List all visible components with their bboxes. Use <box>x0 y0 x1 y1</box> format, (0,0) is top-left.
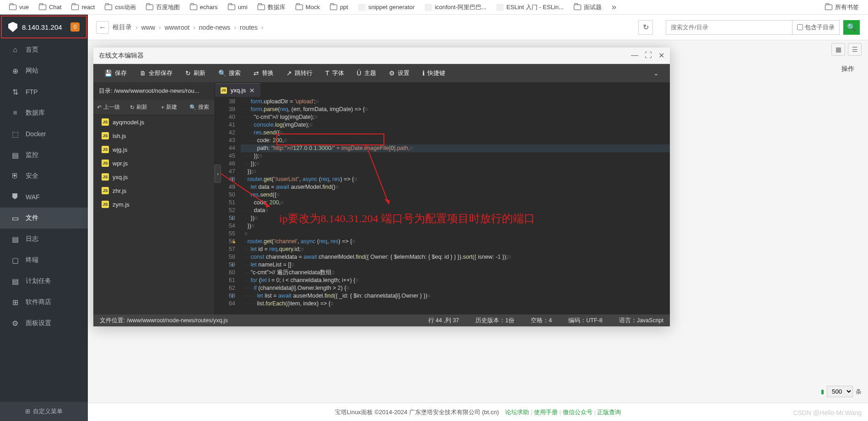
cursor-position: 行 44 ,列 37 <box>428 317 459 325</box>
file-item[interactable]: JSlsh.js <box>93 129 215 143</box>
search-input[interactable] <box>666 24 792 31</box>
breadcrumb-item[interactable]: node-news <box>199 24 231 31</box>
toolbar-搜索[interactable]: 🔍搜索 <box>212 64 247 82</box>
nav-icon: ≡ <box>11 109 19 117</box>
notification-badge[interactable]: 0 <box>70 22 80 32</box>
folder-icon <box>146 5 153 10</box>
nav-icon: ⌂ <box>11 46 19 54</box>
file-list: JSayqmodel.jsJSlsh.jsJSwjg.jsJSwpr.jsJSy… <box>93 115 215 314</box>
sidebar-item-软件商店[interactable]: ⊞软件商店 <box>0 292 88 313</box>
footer-link[interactable]: 论坛求助 <box>505 409 529 416</box>
code-editor[interactable]: 38394041424344454647ℹ4849505152ℹ535455▲5… <box>215 97 670 314</box>
fp-action-搜索[interactable]: 🔍搜索 <box>184 100 215 115</box>
toolbar-more[interactable]: ⌄ <box>647 69 665 77</box>
breadcrumb-item[interactable]: www <box>141 24 155 31</box>
sidebar-item-FTP[interactable]: ⇅FTP <box>0 81 88 102</box>
toolbar-快捷键[interactable]: ℹ快捷键 <box>416 64 452 82</box>
bookmark-overflow[interactable]: » <box>612 2 616 12</box>
sidebar-item-面板设置[interactable]: ⚙面板设置 <box>0 313 88 334</box>
sidebar-custom-menu[interactable]: ⊞自定义菜单 <box>0 402 88 421</box>
action-icon: ↶ <box>97 104 102 111</box>
bookmark-百度地图[interactable]: 百度地图 <box>146 3 180 11</box>
panel-fold-button[interactable]: ‹ <box>215 165 221 183</box>
bookmark-umi[interactable]: umi <box>228 4 248 11</box>
include-subdir-checkbox[interactable]: 包含子目录 <box>792 21 839 34</box>
sidebar-item-文件[interactable]: ▭文件 <box>0 208 88 229</box>
indent-setting[interactable]: 空格：4 <box>531 317 552 325</box>
toolbar-保存[interactable]: 💾保存 <box>98 64 133 82</box>
toolbar-主题[interactable]: Ü主题 <box>350 64 383 82</box>
toolbar-设置[interactable]: ⚙设置 <box>383 64 416 82</box>
sidebar-item-WAF[interactable]: ⛊WAF <box>0 187 88 208</box>
editor-statusbar: 文件位置: /www/wwwroot/node-news/routes/yxq.… <box>93 314 670 326</box>
bookmark-ppt[interactable]: ppt <box>330 4 348 11</box>
bookmark-extra[interactable]: iconfont-阿里巴巴... <box>425 3 486 11</box>
view-grid-button[interactable]: ▦ <box>831 43 845 56</box>
bookmark-面试题[interactable]: 面试题 <box>574 3 602 11</box>
toolbar-替换[interactable]: ⇄替换 <box>247 64 280 82</box>
refresh-button[interactable]: ↻ <box>638 20 653 35</box>
sidebar-item-日志[interactable]: ▤日志 <box>0 229 88 250</box>
view-toggle-bar: ▦ ☰ <box>825 40 868 59</box>
bookmark-Mock[interactable]: Mock <box>296 4 320 11</box>
js-icon: JS <box>102 173 109 181</box>
bookmark-all[interactable]: 所有书签 <box>825 3 859 11</box>
sidebar-item-安全[interactable]: ⛨安全 <box>0 165 88 187</box>
js-icon: JS <box>102 118 109 126</box>
bookmark-vue[interactable]: vue <box>9 4 29 11</box>
sidebar-item-网站[interactable]: ⊕网站 <box>0 60 88 81</box>
breadcrumb-item[interactable]: routes <box>240 24 258 31</box>
sidebar-item-数据库[interactable]: ≡数据库 <box>0 102 88 123</box>
back-button[interactable]: ← <box>96 21 109 34</box>
fp-action-上一级[interactable]: ↶上一级 <box>93 100 124 115</box>
search-button[interactable]: 🔍 <box>843 20 860 35</box>
file-item[interactable]: JSwpr.js <box>93 156 215 170</box>
minimize-button[interactable]: — <box>631 51 638 60</box>
maximize-button[interactable]: ⛶ <box>645 51 652 60</box>
bookmark-echars[interactable]: echars <box>190 4 218 11</box>
sidebar-item-Docker[interactable]: ⬚Docker <box>0 123 88 144</box>
toolbar-字体[interactable]: T字体 <box>319 64 350 82</box>
toolbar-icon: 🔍 <box>218 69 226 77</box>
toolbar-刷新[interactable]: ↻刷新 <box>179 64 212 82</box>
bookmark-css动画[interactable]: css动画 <box>105 3 136 11</box>
breadcrumb-item[interactable]: 根目录 <box>113 23 132 32</box>
footer-link[interactable]: 使用手册 <box>534 409 558 416</box>
file-panel: 目录: /www/wwwroot/node-news/rou... ↶上一级↻刷… <box>93 82 215 314</box>
file-item[interactable]: JSyxq.js <box>93 170 215 184</box>
language-setting[interactable]: 语言：JavaScript <box>619 317 663 325</box>
close-button[interactable]: ✕ <box>658 51 664 60</box>
action-icon: ↻ <box>130 104 135 111</box>
folder-icon <box>330 5 337 10</box>
footer-link[interactable]: 微信公众号 <box>563 409 593 416</box>
topbar: ← 根目录›www›wwwroot›node-news›routes› ↻ 包含… <box>88 15 868 40</box>
breadcrumb-item[interactable]: wwwroot <box>165 24 189 31</box>
bookmark-extra[interactable]: ESLint 入门 - ESLin... <box>496 3 564 11</box>
footer-link[interactable]: 正版查询 <box>597 409 621 416</box>
fp-action-刷新[interactable]: ↻刷新 <box>124 100 154 115</box>
bookmark-extra[interactable]: snippet generator <box>358 4 415 11</box>
code-panel: JS yxq.js ✕ 38394041424344454647ℹ4849505… <box>215 82 670 314</box>
encoding-setting[interactable]: 编码：UTF-8 <box>568 317 602 325</box>
sidebar-item-终端[interactable]: ▢终端 <box>0 250 88 271</box>
fp-action-新建[interactable]: +新建 <box>154 100 184 115</box>
tab-close-button[interactable]: ✕ <box>249 87 255 94</box>
file-item[interactable]: JSwjg.js <box>93 143 215 156</box>
view-list-button[interactable]: ☰ <box>848 43 862 56</box>
toolbar-全部保存[interactable]: 🗎全部保存 <box>133 64 179 82</box>
file-item[interactable]: JSayqmodel.js <box>93 115 215 129</box>
sidebar-item-监控[interactable]: ▤监控 <box>0 144 88 165</box>
bookmark-Chat[interactable]: Chat <box>39 4 61 11</box>
file-item[interactable]: JSzhr.js <box>93 184 215 197</box>
column-header-actions: 操作 <box>841 65 854 73</box>
sidebar-item-计划任务[interactable]: ▤计划任务 <box>0 271 88 292</box>
editor-tab-yxq[interactable]: JS yxq.js ✕ <box>215 83 260 97</box>
file-panel-path: 目录: /www/wwwroot/node-news/rou... <box>93 82 215 100</box>
page-size-select[interactable]: 500 <box>827 386 853 397</box>
bookmark-数据库[interactable]: 数据库 <box>258 3 286 11</box>
toolbar-跳转行[interactable]: ↗跳转行 <box>280 64 319 82</box>
bookmark-react[interactable]: react <box>71 4 95 11</box>
file-item[interactable]: JSzym.js <box>93 197 215 211</box>
history-versions[interactable]: 历史版本：1份 <box>475 317 514 325</box>
sidebar-item-首页[interactable]: ⌂首页 <box>0 39 88 60</box>
